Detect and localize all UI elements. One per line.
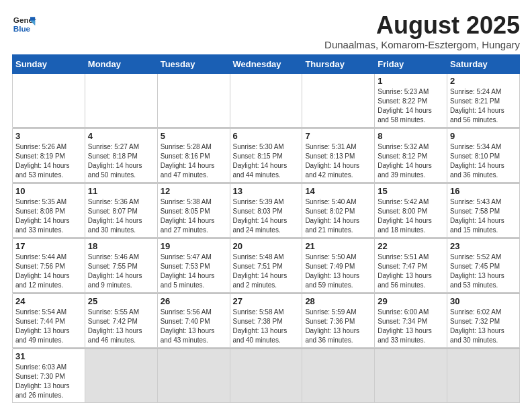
calendar-week-row: 31Sunrise: 6:03 AM Sunset: 7:30 PM Dayli… (13, 349, 520, 402)
day-number: 28 (305, 296, 371, 306)
table-row: 19Sunrise: 5:47 AM Sunset: 7:53 PM Dayli… (157, 238, 230, 292)
header: General Blue August 2025 Dunaalmas, Koma… (12, 12, 520, 50)
day-info: Sunrise: 5:48 AM Sunset: 7:51 PM Dayligh… (233, 253, 300, 290)
day-number: 1 (378, 76, 444, 86)
table-row (85, 349, 157, 402)
day-info: Sunrise: 5:34 AM Sunset: 8:10 PM Dayligh… (450, 142, 517, 180)
table-row: 5Sunrise: 5:28 AM Sunset: 8:16 PM Daylig… (157, 128, 230, 182)
header-wednesday: Wednesday (230, 54, 302, 73)
day-number: 13 (233, 186, 300, 196)
table-row (230, 73, 302, 127)
day-info: Sunrise: 6:00 AM Sunset: 7:34 PM Dayligh… (378, 308, 444, 345)
calendar: Sunday Monday Tuesday Wednesday Thursday… (12, 54, 520, 403)
table-row: 18Sunrise: 5:46 AM Sunset: 7:55 PM Dayli… (85, 238, 157, 292)
table-row: 25Sunrise: 5:55 AM Sunset: 7:42 PM Dayli… (85, 293, 157, 347)
day-info: Sunrise: 5:52 AM Sunset: 7:45 PM Dayligh… (450, 253, 517, 290)
day-number: 22 (378, 241, 444, 251)
header-tuesday: Tuesday (157, 54, 230, 73)
day-info: Sunrise: 5:50 AM Sunset: 7:49 PM Dayligh… (305, 253, 371, 290)
day-number: 11 (88, 186, 154, 196)
logo: General Blue (12, 12, 36, 36)
svg-text:Blue: Blue (13, 24, 31, 33)
day-info: Sunrise: 5:44 AM Sunset: 7:56 PM Dayligh… (15, 253, 82, 290)
header-monday: Monday (85, 54, 157, 73)
table-row: 2Sunrise: 5:24 AM Sunset: 8:21 PM Daylig… (447, 73, 520, 127)
day-info: Sunrise: 5:35 AM Sunset: 8:08 PM Dayligh… (15, 197, 82, 235)
day-info: Sunrise: 5:59 AM Sunset: 7:36 PM Dayligh… (305, 308, 371, 345)
table-row: 1Sunrise: 5:23 AM Sunset: 8:22 PM Daylig… (375, 73, 447, 127)
day-number: 20 (233, 241, 300, 251)
table-row: 31Sunrise: 6:03 AM Sunset: 7:30 PM Dayli… (13, 349, 85, 402)
day-number: 10 (15, 186, 82, 196)
day-info: Sunrise: 6:02 AM Sunset: 7:32 PM Dayligh… (450, 308, 517, 345)
day-number: 17 (15, 241, 82, 251)
day-number: 6 (233, 131, 300, 141)
day-number: 19 (161, 241, 227, 251)
day-info: Sunrise: 5:58 AM Sunset: 7:38 PM Dayligh… (233, 308, 300, 345)
day-number: 16 (450, 186, 517, 196)
table-row (13, 73, 85, 127)
day-info: Sunrise: 5:38 AM Sunset: 8:05 PM Dayligh… (161, 197, 227, 235)
table-row: 20Sunrise: 5:48 AM Sunset: 7:51 PM Dayli… (230, 238, 302, 292)
day-number: 26 (161, 296, 227, 306)
day-info: Sunrise: 5:51 AM Sunset: 7:47 PM Dayligh… (378, 253, 444, 290)
table-row: 13Sunrise: 5:39 AM Sunset: 8:03 PM Dayli… (230, 183, 302, 237)
table-row: 26Sunrise: 5:56 AM Sunset: 7:40 PM Dayli… (157, 293, 230, 347)
table-row: 6Sunrise: 5:30 AM Sunset: 8:15 PM Daylig… (230, 128, 302, 182)
day-number: 3 (15, 131, 82, 141)
table-row: 14Sunrise: 5:40 AM Sunset: 8:02 PM Dayli… (302, 183, 375, 237)
table-row: 21Sunrise: 5:50 AM Sunset: 7:49 PM Dayli… (302, 238, 375, 292)
header-saturday: Saturday (447, 54, 520, 73)
day-number: 27 (233, 296, 300, 306)
day-number: 23 (450, 241, 517, 251)
table-row: 22Sunrise: 5:51 AM Sunset: 7:47 PM Dayli… (375, 238, 447, 292)
header-thursday: Thursday (302, 54, 375, 73)
table-row: 27Sunrise: 5:58 AM Sunset: 7:38 PM Dayli… (230, 293, 302, 347)
table-row (157, 73, 230, 127)
day-info: Sunrise: 5:26 AM Sunset: 8:19 PM Dayligh… (15, 142, 82, 180)
page: General Blue August 2025 Dunaalmas, Koma… (0, 0, 532, 410)
day-number: 21 (305, 241, 371, 251)
calendar-week-row: 24Sunrise: 5:54 AM Sunset: 7:44 PM Dayli… (13, 293, 520, 347)
table-row: 7Sunrise: 5:31 AM Sunset: 8:13 PM Daylig… (302, 128, 375, 182)
day-number: 8 (378, 131, 444, 141)
table-row: 9Sunrise: 5:34 AM Sunset: 8:10 PM Daylig… (447, 128, 520, 182)
day-number: 2 (450, 76, 517, 86)
day-info: Sunrise: 5:55 AM Sunset: 7:42 PM Dayligh… (88, 308, 154, 345)
day-number: 14 (305, 186, 371, 196)
day-number: 25 (88, 296, 154, 306)
table-row (447, 349, 520, 402)
day-info: Sunrise: 5:36 AM Sunset: 8:07 PM Dayligh… (88, 197, 154, 235)
day-number: 30 (450, 296, 517, 306)
day-number: 15 (378, 186, 444, 196)
day-info: Sunrise: 5:31 AM Sunset: 8:13 PM Dayligh… (305, 142, 371, 180)
table-row: 30Sunrise: 6:02 AM Sunset: 7:32 PM Dayli… (447, 293, 520, 347)
table-row: 12Sunrise: 5:38 AM Sunset: 8:05 PM Dayli… (157, 183, 230, 237)
day-number: 31 (15, 351, 82, 361)
table-row (302, 73, 375, 127)
table-row: 11Sunrise: 5:36 AM Sunset: 8:07 PM Dayli… (85, 183, 157, 237)
day-info: Sunrise: 5:23 AM Sunset: 8:22 PM Dayligh… (378, 87, 444, 125)
header-sunday: Sunday (13, 54, 85, 73)
day-number: 24 (15, 296, 82, 306)
subtitle: Dunaalmas, Komarom-Esztergom, Hungary (324, 39, 520, 50)
logo-icon: General Blue (12, 12, 36, 36)
day-info: Sunrise: 5:56 AM Sunset: 7:40 PM Dayligh… (161, 308, 227, 345)
day-info: Sunrise: 6:03 AM Sunset: 7:30 PM Dayligh… (15, 363, 82, 400)
day-number: 5 (161, 131, 227, 141)
day-number: 18 (88, 241, 154, 251)
day-info: Sunrise: 5:30 AM Sunset: 8:15 PM Dayligh… (233, 142, 300, 180)
table-row: 17Sunrise: 5:44 AM Sunset: 7:56 PM Dayli… (13, 238, 85, 292)
day-info: Sunrise: 5:43 AM Sunset: 7:58 PM Dayligh… (450, 197, 517, 235)
day-number: 29 (378, 296, 444, 306)
table-row (302, 349, 375, 402)
header-friday: Friday (375, 54, 447, 73)
day-info: Sunrise: 5:46 AM Sunset: 7:55 PM Dayligh… (88, 253, 154, 290)
day-info: Sunrise: 5:32 AM Sunset: 8:12 PM Dayligh… (378, 142, 444, 180)
table-row: 29Sunrise: 6:00 AM Sunset: 7:34 PM Dayli… (375, 293, 447, 347)
calendar-week-row: 1Sunrise: 5:23 AM Sunset: 8:22 PM Daylig… (13, 73, 520, 127)
day-info: Sunrise: 5:47 AM Sunset: 7:53 PM Dayligh… (161, 253, 227, 290)
day-number: 12 (161, 186, 227, 196)
day-number: 7 (305, 131, 371, 141)
table-row: 24Sunrise: 5:54 AM Sunset: 7:44 PM Dayli… (13, 293, 85, 347)
